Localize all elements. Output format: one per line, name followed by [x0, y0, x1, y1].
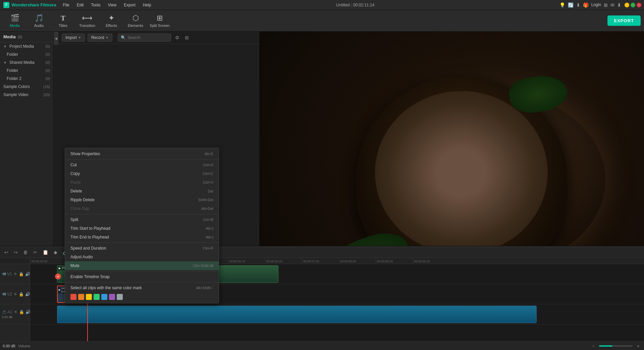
ctx-cut[interactable]: Cut Ctrl+X	[65, 161, 219, 169]
panel-collapse-handle[interactable]: ◀	[54, 32, 58, 45]
folder-item[interactable]: Folder (0)	[0, 50, 53, 58]
menu-export[interactable]: Export	[120, 1, 139, 9]
menu-edit[interactable]: Edit	[73, 1, 87, 9]
track-v1-lock-icon[interactable]: 🔒	[19, 272, 24, 276]
shared-folder2-item[interactable]: Folder 2 (0)	[0, 75, 53, 83]
ctx-adjust-audio[interactable]: Adjust Audio	[65, 253, 219, 261]
track-v1-eye-icon[interactable]: 👁	[13, 272, 17, 276]
track-v2-label: V2	[7, 292, 12, 297]
sample-colors-item[interactable]: Sample Colors (15)	[0, 83, 53, 91]
track-v2-video-icon: 📹	[2, 292, 6, 297]
track-a1-eye-icon[interactable]: 👁	[14, 310, 18, 314]
ctx-mute[interactable]: Mute Ctrl+Shift+M	[65, 261, 219, 270]
import-label: Import	[65, 35, 77, 40]
menu-help[interactable]: Help	[140, 1, 155, 9]
ctx-copy-shortcut: Ctrl+C	[203, 172, 213, 176]
titles-label: Titles	[59, 24, 67, 28]
clip2-play-icon: ▶	[59, 289, 60, 291]
zoom-plus-button[interactable]: +	[635, 342, 641, 350]
toolbar-elements[interactable]: ⬡ Elements	[124, 11, 147, 30]
tl-delete-button[interactable]: 🗑	[21, 249, 30, 256]
zoom-slider[interactable]	[599, 345, 633, 347]
export-button[interactable]: EXPORT	[607, 15, 641, 26]
swatch-green[interactable]	[94, 294, 100, 300]
tl-redo-button[interactable]: ↪	[12, 249, 19, 256]
ctx-speed-shortcut: Ctrl+R	[203, 246, 213, 250]
toolbar: 🎬 Media 🎵 Audio T Titles ⟷ Transition ✦ …	[0, 10, 644, 32]
ctx-mute-label: Mute	[70, 263, 79, 268]
toolbar-effects[interactable]: ✦ Effects	[100, 11, 123, 30]
ruler-mark-5: 00:00:05:15	[228, 258, 246, 264]
maximize-button[interactable]: □	[631, 3, 635, 7]
close-button[interactable]: ×	[637, 3, 641, 7]
toolbar-split-screen[interactable]: ⊞ Split Screen	[148, 11, 171, 30]
ctx-show-properties-shortcut: Alt+E	[204, 152, 213, 156]
sample-colors-count: (15)	[43, 85, 50, 89]
ctx-ripple-delete[interactable]: Ripple Delete Shift+Del	[65, 195, 219, 204]
volume-value: 0.00 dB	[2, 315, 12, 319]
download-icon[interactable]: ⬇	[576, 2, 580, 8]
sample-video-item[interactable]: Sample Video (20)	[0, 91, 53, 99]
ctx-speed-duration[interactable]: Speed and Duration Ctrl+R	[65, 244, 219, 253]
view-toggle-icon[interactable]: ⊞	[183, 34, 190, 42]
track-a1-lock-icon[interactable]: 🔒	[19, 310, 24, 314]
tl-copy-button[interactable]: 📋	[41, 249, 50, 256]
download2-icon[interactable]: ⬇	[617, 2, 621, 8]
search-input[interactable]	[128, 35, 168, 40]
audio-clip-1[interactable]	[57, 306, 537, 323]
toolbar-titles[interactable]: T Titles	[52, 11, 74, 30]
track-v2-eye-icon[interactable]: 👁	[13, 292, 17, 297]
gift-icon[interactable]: 🎁	[583, 2, 589, 8]
ctx-trim-end[interactable]: Trim End to Playhead Alt+]	[65, 233, 219, 242]
ctx-show-properties[interactable]: Show Properties Alt+E	[65, 149, 219, 158]
project-media-item[interactable]: ▼ Project Media (0)	[0, 42, 53, 50]
layout-icon[interactable]: ⊞	[604, 2, 608, 8]
track-v1-speaker-icon[interactable]: 🔊	[25, 272, 30, 276]
record-label: Record	[91, 35, 104, 40]
ctx-split[interactable]: Split Ctrl+B	[65, 215, 219, 224]
shared-media-item[interactable]: ▼ Shared Media (0)	[0, 58, 53, 67]
tl-cut-button[interactable]: ✂	[32, 249, 39, 256]
menu-tools[interactable]: Tools	[88, 1, 104, 9]
ctx-copy[interactable]: Copy Ctrl+C	[65, 169, 219, 178]
clip-delete-badge[interactable]: ✕	[55, 273, 61, 279]
track-header-v2: 📹 V2 👁 🔒 🔊	[0, 284, 30, 304]
toolbar-audio[interactable]: 🎵 Audio	[28, 11, 50, 30]
menu-bar: File Edit Tools View Export Help	[59, 1, 154, 9]
minimize-button[interactable]: −	[625, 3, 629, 7]
tl-undo-button[interactable]: ↩	[3, 249, 10, 256]
media-tab-label: Media	[3, 34, 16, 39]
swatch-yellow[interactable]	[86, 294, 92, 300]
ctx-trim-start[interactable]: Trim Start to Playhead Alt+[	[65, 224, 219, 233]
refresh-icon[interactable]: 🔄	[568, 2, 574, 8]
toolbar-media[interactable]: 🎬 Media	[3, 11, 26, 30]
zoom-minus-button[interactable]: −	[590, 342, 596, 350]
ctx-speed-label: Speed and Duration	[70, 246, 106, 251]
swatch-blue[interactable]	[101, 294, 107, 300]
track-v2-speaker-icon[interactable]: 🔊	[25, 292, 30, 297]
ctx-close-gap: Close Gap Alt+Del	[65, 204, 219, 213]
mail-icon[interactable]: ✉	[610, 2, 614, 8]
bulb-icon[interactable]: 💡	[559, 2, 565, 8]
menu-view[interactable]: View	[104, 1, 120, 9]
clip-play-icon: ▶	[59, 267, 61, 270]
filter-icon[interactable]: ⚙	[174, 34, 181, 42]
swatch-gray[interactable]	[117, 294, 123, 300]
swatch-red[interactable]	[70, 294, 76, 300]
menu-file[interactable]: File	[59, 1, 72, 9]
ctx-select-color[interactable]: Select all clips with the same color mar…	[65, 283, 219, 292]
track-a1-label: A1	[7, 310, 12, 314]
track-v2-lock-icon[interactable]: 🔒	[19, 292, 24, 297]
import-button[interactable]: Import ▼	[62, 34, 85, 42]
track-a1-speaker-icon[interactable]: 🔊	[25, 310, 31, 314]
shared-folder-item[interactable]: Folder (0)	[0, 67, 53, 75]
tl-add-marker-button[interactable]: ◆	[52, 249, 59, 256]
swatch-orange[interactable]	[78, 294, 84, 300]
ctx-enable-snap[interactable]: Enable Timeline Snap	[65, 272, 219, 281]
shared-media-count: (0)	[46, 60, 50, 64]
login-button[interactable]: Login	[591, 2, 601, 8]
toolbar-transition[interactable]: ⟷ Transition	[76, 11, 99, 30]
ctx-delete[interactable]: Delete Del	[65, 187, 219, 195]
record-button[interactable]: Record ▼	[88, 34, 112, 42]
swatch-purple[interactable]	[109, 294, 115, 300]
